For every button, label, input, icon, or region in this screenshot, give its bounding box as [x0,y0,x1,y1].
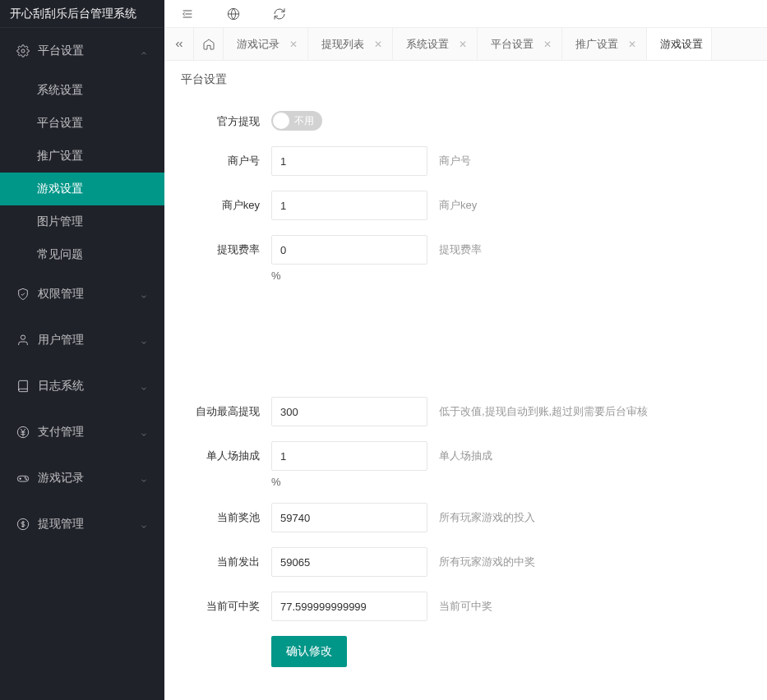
sidebar-group-label: 提现管理 [38,517,84,532]
chevron-down-icon [140,290,148,298]
tab-label: 提现列表 [321,37,364,52]
sidebar-item-promotion-settings[interactable]: 推广设置 [0,140,164,173]
hint-solo-cut: 单人场抽成 [439,441,492,463]
label-fee-rate: 提现费率 [181,235,271,257]
tab-promotion-settings[interactable]: 推广设置✕ [562,28,647,60]
tab-label: 推广设置 [575,37,618,52]
gamepad-icon [16,472,30,485]
user-icon [16,334,30,347]
input-merchant-key[interactable] [271,191,427,220]
globe-icon[interactable] [227,7,240,21]
sidebar-group-permissions[interactable]: 权限管理 [0,271,164,317]
label-winnable: 当前可中奖 [181,592,271,614]
chevron-down-icon [140,336,148,344]
sidebar-group-game-records[interactable]: 游戏记录 [0,455,164,501]
tab-home[interactable] [194,28,224,60]
close-icon[interactable]: ✕ [288,37,299,52]
tab-label: 平台设置 [491,37,534,52]
sidebar-group-platform[interactable]: 平台设置 [0,28,164,74]
input-paid-out[interactable] [271,547,427,577]
sidebar-item-image-management[interactable]: 图片管理 [0,205,164,238]
hint-pool: 所有玩家游戏的投入 [439,503,535,525]
sidebar-item-game-settings[interactable]: 游戏设置 [0,173,164,205]
sidebar-group-label: 平台设置 [38,44,84,58]
tab-withdraw-list[interactable]: 提现列表✕ [308,28,393,60]
close-icon[interactable]: ✕ [372,37,384,52]
sidebar-group-withdraw[interactable]: 提现管理 [0,501,164,547]
app-title: 开心刮刮乐后台管理系统 [0,0,164,28]
label-solo-cut: 单人场抽成 [181,441,271,463]
page-title: 平台设置 [181,72,751,87]
hint-fee-rate: 提现费率 [439,235,482,257]
label-merchant-key: 商户key [181,191,271,213]
tab-game-records[interactable]: 游戏记录✕ [224,28,308,60]
content: 平台设置 官方提现 不用 商户号 商户号 商户key 商户key [164,61,767,700]
suffix-solo-cut: % [271,476,427,488]
sidebar-group-users[interactable]: 用户管理 [0,317,164,363]
hint-winnable: 当前可中奖 [439,592,492,614]
sidebar-group-label: 支付管理 [38,425,84,440]
hint-auto-max: 低于改值,提现自动到账,超过则需要后台审核 [439,397,648,419]
sidebar-item-platform-settings[interactable]: 平台设置 [0,107,164,140]
hint-merchant-id: 商户号 [439,146,471,168]
switch-official-withdraw[interactable]: 不用 [271,111,322,131]
close-icon[interactable]: ✕ [457,37,469,52]
label-paid-out: 当前发出 [181,547,271,569]
submit-button[interactable]: 确认修改 [271,636,347,667]
tab-bar: 游戏记录✕ 提现列表✕ 系统设置✕ 平台设置✕ 推广设置✕ 游戏设置 [164,28,767,61]
tab-system-settings[interactable]: 系统设置✕ [393,28,478,60]
chevron-down-icon [140,474,148,482]
refresh-icon[interactable] [273,7,286,21]
sidebar-group-label: 权限管理 [38,287,84,302]
input-merchant-id[interactable] [271,146,427,176]
svg-point-0 [21,49,25,53]
main: 游戏记录✕ 提现列表✕ 系统设置✕ 平台设置✕ 推广设置✕ 游戏设置 平台设置 … [164,0,767,700]
close-icon[interactable]: ✕ [626,37,638,52]
dollar-icon [16,518,30,531]
chevron-up-icon [140,47,148,55]
collapse-sidebar-icon[interactable] [181,7,194,21]
topbar [164,0,767,28]
sidebar: 开心刮刮乐后台管理系统 平台设置 系统设置 平台设置 推广设置 游戏设置 图片管… [0,0,164,700]
tab-platform-settings[interactable]: 平台设置✕ [478,28,562,60]
svg-point-6 [25,477,25,478]
tabs-prev[interactable] [164,28,194,60]
input-auto-max[interactable] [271,397,427,426]
chevron-down-icon [140,382,148,390]
switch-text: 不用 [294,114,314,128]
input-solo-cut[interactable] [271,441,427,471]
label-merchant-id: 商户号 [181,146,271,168]
tab-label: 系统设置 [406,37,449,52]
sidebar-group-payment[interactable]: 支付管理 [0,409,164,455]
hint-paid-out: 所有玩家游戏的中奖 [439,547,535,569]
close-icon[interactable]: ✕ [542,37,553,52]
sidebar-group-label: 用户管理 [38,333,84,348]
gear-icon [16,44,30,58]
tab-label: 游戏记录 [237,37,280,52]
suffix-fee-rate: % [271,269,427,282]
tab-game-settings[interactable]: 游戏设置 [647,28,712,60]
svg-point-1 [21,335,25,339]
label-auto-max: 自动最高提现 [181,397,271,419]
book-icon [16,380,30,393]
chevron-down-icon [140,428,148,436]
switch-knob [273,113,289,129]
yen-icon [16,426,30,439]
svg-point-7 [25,479,26,480]
shield-icon [16,288,30,301]
input-winnable[interactable] [271,592,427,621]
sidebar-item-system-settings[interactable]: 系统设置 [0,74,164,107]
label-official-withdraw: 官方提现 [181,107,271,129]
label-pool: 当前奖池 [181,503,271,525]
input-fee-rate[interactable] [271,235,427,265]
sidebar-group-logs[interactable]: 日志系统 [0,363,164,409]
input-pool[interactable] [271,503,427,532]
sidebar-group-label: 日志系统 [38,379,84,394]
sidebar-item-faq[interactable]: 常见问题 [0,238,164,271]
tab-label: 游戏设置 [660,37,703,52]
hint-merchant-key: 商户key [439,191,477,213]
sidebar-group-label: 游戏记录 [38,471,84,486]
chevron-down-icon [140,520,148,528]
